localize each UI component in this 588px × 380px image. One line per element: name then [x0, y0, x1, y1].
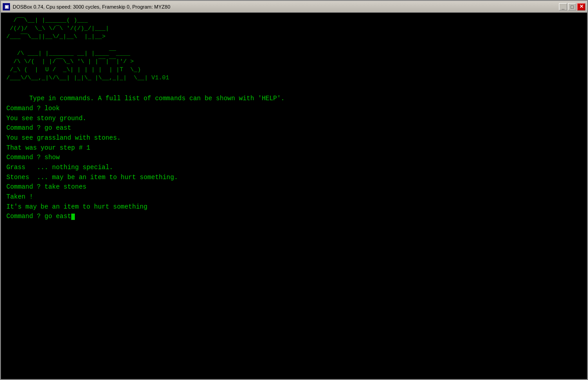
line-cmd2: Command ? go east: [6, 124, 71, 132]
dos-screen: /‾‾\__| |______( )___ /(/)/ \_\ \/‾\ '/(…: [1, 13, 587, 379]
line-out2: You see grassland with stones.: [6, 134, 121, 141]
line-stones: Stones ... may be an item to hurt someth…: [6, 174, 178, 181]
title-bar-text: DOSBox 0.74, Cpu speed: 3000 cycles, Fra…: [13, 4, 559, 10]
line-cmd1: Command ? look: [6, 105, 60, 112]
line-cmd5[interactable]: Command ? go east: [6, 213, 75, 220]
line-item: It's may be an item to hurt something: [6, 203, 147, 210]
window-icon: ▣: [3, 3, 10, 10]
close-button[interactable]: ✕: [577, 3, 585, 10]
line-cmd4: Command ? take stones: [6, 183, 86, 190]
ascii-art-logo: /‾‾\__| |______( )___ /(/)/ \_\ \/‾\ '/(…: [6, 16, 582, 83]
title-bar-buttons: _ □ ✕: [559, 3, 585, 10]
line-step: That was your step # 1: [6, 144, 90, 151]
line-grass: Grass ... nothing special.: [6, 164, 113, 171]
dosbox-window: ▣ DOSBox 0.74, Cpu speed: 3000 cycles, F…: [0, 0, 588, 380]
line-taken: Taken !: [6, 193, 33, 200]
line-cmd3: Command ? show: [6, 154, 60, 161]
title-bar: ▣ DOSBox 0.74, Cpu speed: 3000 cycles, F…: [1, 1, 587, 13]
game-output: Type in commands. A full list of command…: [6, 84, 582, 232]
line-out1: You see stony ground.: [6, 115, 86, 122]
maximize-button[interactable]: □: [568, 3, 576, 10]
minimize-button[interactable]: _: [559, 3, 567, 10]
line-intro: Type in commands. A full list of command…: [29, 95, 284, 102]
cursor-blink: [71, 214, 75, 220]
